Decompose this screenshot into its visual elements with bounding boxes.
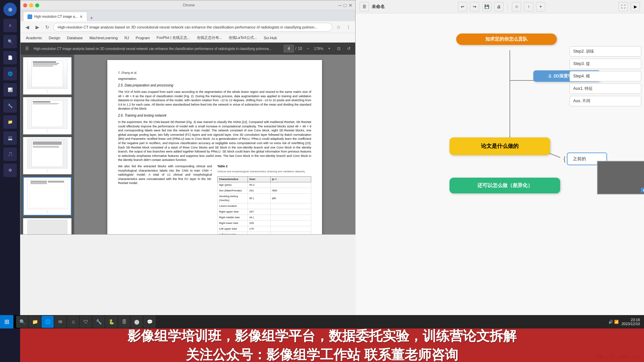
step-box-aux1[interactable]: Aux1. 特征 [570,83,641,94]
taskbar-icon-3[interactable]: 🔍 [3,35,17,48]
taskbar-icon-5[interactable]: 🌐 [3,67,17,80]
browser-minimize-btn[interactable] [29,3,33,7]
pdf-rotate-btn[interactable]: ↺ [345,46,353,52]
pdf-section-2-6: 2.6. Training and testing network [118,113,311,118]
right-panel: ☰ 未命名 ↩ ↪ 💾 🖨 ☆ ↑ + ⛶ ▶ 知求定的你怎么贡队 2. 2D深… [356,0,644,362]
pdf-thumb-2[interactable]: 2 [23,97,71,134]
table-cell: 105 [248,220,270,226]
back-btn[interactable]: ◀ [23,23,31,31]
menu-btn[interactable]: ⋮ [344,23,353,31]
table-cell [270,203,311,209]
pdf-col-left: We also fed the extracted blocks with co… [118,164,212,234]
win-wechat-icon[interactable]: 💬 [144,316,156,328]
maximize-icon[interactable]: □ [344,3,346,8]
rp-present-btn[interactable]: ▶ [631,2,640,11]
step-box-4[interactable]: Step4. 模 [570,71,641,81]
browser-close-btn[interactable] [23,3,27,7]
pdf-thumb-5[interactable]: 5 [23,218,71,234]
bookmark-rj[interactable]: RJ [122,35,131,41]
pdf-seg-text: segmentation. [118,77,311,81]
pdf-section-2-5: 2.5. Data preparation and processing [118,83,311,88]
window-title: Chrome [183,3,195,7]
table-cell: Left lower lobe [218,232,248,234]
rp-undo-btn[interactable]: ↩ [458,2,467,11]
win-mail-icon[interactable]: ✉ [54,316,66,328]
forward-btn[interactable]: ▶ [33,23,41,31]
rp-add-btn[interactable]: + [536,2,545,11]
pdf-menu-btn[interactable]: ☰ [23,46,31,52]
refresh-btn[interactable]: ↻ [43,23,51,31]
step-box-aux2[interactable]: Aux. 不同 [570,96,641,106]
tab-close-btn[interactable]: ✕ [79,14,83,19]
bookmark-fooplot[interactable]: FooPlot | 在线正态... [154,35,193,41]
step-box-3[interactable]: Step3. 提 [570,59,641,69]
pdf-table-header-1: Over [248,176,270,182]
win-clock: 23:16 2023/12/10 [622,318,640,326]
taskbar-icon-6[interactable]: 📊 [3,83,17,97]
bookmark-star-btn[interactable]: ☆ [334,23,342,31]
table-cell: /500 [270,188,311,193]
win-tools-icon[interactable]: 🔧 [93,316,105,328]
taskbar-icon-7[interactable]: 🔧 [3,99,17,113]
win-db-icon[interactable]: 🗄 [118,316,130,328]
rp-print-btn[interactable]: 🖨 [494,2,503,11]
pdf-page-input[interactable] [284,45,294,52]
bookmark-academic[interactable]: Academic [23,35,45,41]
rp-content[interactable]: 知求定的你怎么贡队 2. 2D深度学习技术 论文是什么做的 { 之前的 ▶ ⛶ … [356,13,644,362]
bookmark-database[interactable]: Database [64,35,86,41]
bookmark-zhengzai[interactable]: 在线正态分布... [194,35,225,41]
win-browser-icon[interactable]: 🌐 [42,316,54,328]
presentation-thumbnail: ▶ ⛶ [597,161,644,194]
step-box-2[interactable]: Step2. 训练 [570,46,641,57]
browser-maximize-btn[interactable] [35,3,39,7]
rp-menu-btn[interactable]: ☰ [360,2,369,11]
new-tab-btn[interactable]: + [87,15,96,21]
rp-share-btn[interactable]: ↑ [524,2,533,11]
table-cell: Smoking history (Yes/No) [218,193,248,203]
pdf-fit-btn[interactable]: ⊡ [335,46,342,52]
taskbar-icon-8[interactable]: 📁 [3,115,17,129]
mindmap-node-top[interactable]: 知求定的你怎么贡队 [456,34,557,45]
pdf-zoom-out-btn[interactable]: − [305,46,311,52]
taskbar-icon-10[interactable]: 🎵 [3,147,17,161]
minimize-icon[interactable]: ─ [338,3,342,8]
win-search-icon[interactable]: 🔍 [16,316,28,328]
bookmark-ml[interactable]: MachineLearning [87,35,120,41]
taskbar-icon-2[interactable]: A [3,19,17,32]
win-music-icon[interactable]: ♫ [67,316,79,328]
rp-fullscreen-btn[interactable]: ⛶ [619,2,628,11]
pdf-page-sep: / [295,46,296,51]
bookmark-latex[interactable]: 在线LaTeX公式... [226,35,260,41]
bookmark-program[interactable]: Program [133,35,152,41]
taskbar-icon-4[interactable]: 📄 [3,51,17,64]
pdf-thumb-3[interactable]: 3 [23,137,71,174]
taskbar-icon-9[interactable]: 💻 [3,131,17,145]
mindmap-node-center[interactable]: 论文是什么做的 [449,137,550,155]
address-input[interactable] [53,23,332,32]
rp-redo-btn[interactable]: ↪ [470,2,479,11]
win-antivirus-icon[interactable]: 🛡 [80,316,92,328]
mindmap-node-bottom[interactable]: 还可以怎么做（差异化） [449,178,560,193]
rp-save-btn[interactable]: 💾 [482,2,491,11]
win-chrome-icon[interactable]: ⬤ [131,316,143,328]
win-python-icon[interactable]: 🐍 [105,316,117,328]
bookmark-design[interactable]: Design [46,35,63,41]
mindmap-brace: { [564,156,566,163]
taskbar-icon-1[interactable]: ⊕ [3,3,17,16]
bookmark-scihub[interactable]: Sci-Hub [261,35,279,41]
pdf-main-content[interactable]: T. Zhang et al. segmentation. 2.5. Data … [74,55,355,234]
pdf-thumb-1[interactable]: 1 [23,57,71,95]
win-folder-icon[interactable]: 📁 [29,316,41,328]
win-start-btn[interactable]: ⊞ [0,315,13,328]
pdf-zoom-in-btn[interactable]: + [326,46,332,52]
pdf-thumb-4[interactable]: 4 [23,177,71,216]
close-icon[interactable]: ✕ [348,3,353,8]
rp-star-btn[interactable]: ☆ [512,2,521,11]
taskbar-icon-11[interactable]: ⚙ [3,164,17,177]
browser-tab-1[interactable]: High resolution CT image a... ✕ [23,12,87,21]
windows-taskbar: ⊞ 🔍 📁 🌐 ✉ ♫ 🛡 🔧 🐍 🗄 ⬤ 💬 🔊 📶 23:16 2023/1… [0,315,644,328]
table-cell [270,220,311,226]
table-cell: 50.2 [248,182,270,188]
win-task-icon-group: 🔍 📁 🌐 ✉ ♫ 🛡 🔧 🐍 🗄 ⬤ 💬 [13,316,158,328]
table-cell [248,203,270,209]
